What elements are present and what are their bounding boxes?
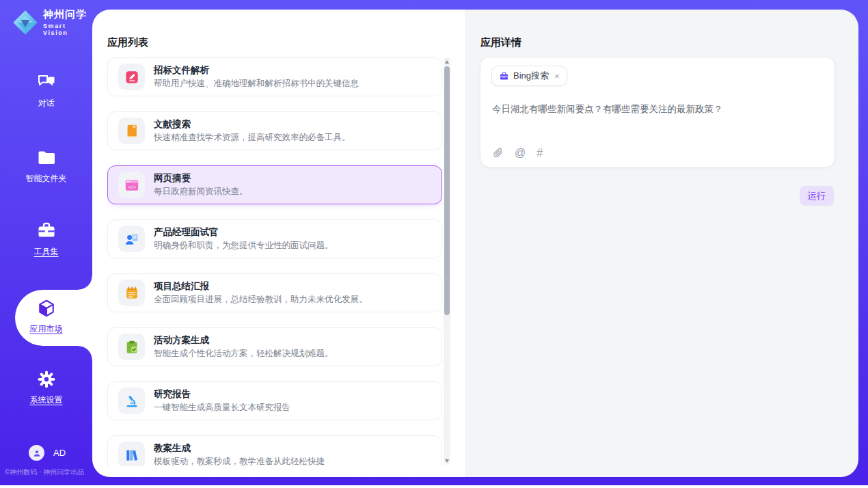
microscope-icon [118, 388, 145, 414]
app-card-lesson-plan[interactable]: 教案生成模板驱动，教案秒成，教学准备从此轻松快捷 [107, 435, 442, 466]
app-card-description: 帮助用户快速、准确地理解和解析招标书中的关键信息 [154, 79, 359, 89]
tool-chip-label: Bing搜索 [513, 70, 549, 82]
app-card-description: 一键智能生成高质量长文本研究报告 [154, 403, 290, 413]
sidebar: 神州问学 Smart Vision 对话智能文件夹工具集应用市场系统设置 AD … [0, 0, 92, 485]
scrollbar[interactable] [444, 57, 450, 465]
chat-icon [36, 72, 57, 93]
browser-icon: </> [118, 172, 145, 198]
app-card-bid-doc-analysis[interactable]: 招标文件解析帮助用户快速、准确地理解和解析招标书中的关键信息 [107, 57, 442, 96]
sidebar-item-chat[interactable]: 对话 [0, 72, 92, 109]
app-card-event-plan[interactable]: 活动方案生成智能生成个性化活动方案，轻松解决规划难题。 [107, 327, 442, 366]
brand-subtitle: Smart Vision [43, 23, 92, 36]
app-card-description: 快速精准查找学术资源，提高研究效率的必备工具。 [154, 133, 351, 143]
avatar [29, 445, 44, 461]
app-card-title: 产品经理面试官 [154, 227, 334, 238]
app-card-description: 全面回顾项目进展，总结经验教训，助力未来优化发展。 [154, 295, 368, 305]
sidebar-item-system-settings[interactable]: 系统设置 [0, 369, 92, 406]
sidebar-item-label: 智能文件夹 [26, 173, 67, 185]
attachment-toolbar: @# [492, 147, 543, 159]
app-list-title: 应用列表 [107, 36, 148, 49]
pen-doc-icon [118, 64, 145, 90]
prompt-card: Bing搜索 × 今日湖北有哪些新闻要点？有哪些需要关注的最新政策？ @# [480, 57, 835, 167]
pocket-notch-top [79, 276, 92, 290]
app-card-list: 招标文件解析帮助用户快速、准确地理解和解析招标书中的关键信息文献搜索快速精准查找… [107, 57, 442, 466]
brand-name: 神州问学 [43, 8, 92, 21]
brand-gem-icon [12, 9, 39, 36]
sidebar-item-label: 系统设置 [30, 394, 63, 406]
chip-close-icon[interactable]: × [554, 72, 560, 81]
hash-icon[interactable]: # [537, 148, 543, 159]
app-card-literature-search[interactable]: 文献搜索快速精准查找学术资源，提高研究效率的必备工具。 [107, 111, 442, 150]
app-card-title: 招标文件解析 [154, 65, 359, 76]
briefcase-icon [499, 71, 513, 81]
folder-icon [36, 148, 57, 168]
sidebar-item-label: 工具集 [34, 246, 59, 258]
tool-chip-bing-search[interactable]: Bing搜索 × [491, 66, 567, 86]
app-detail-panel: 应用详情 Bing搜索 × 今日湖北有哪些新闻要点？有哪些需要关注的最新政策？ … [465, 10, 858, 477]
scrollbar-thumb[interactable] [444, 66, 450, 315]
app-card-description: 智能生成个性化活动方案，轻松解决规划难题。 [154, 349, 334, 359]
toolbox-icon [36, 221, 57, 241]
note-icon [118, 280, 145, 306]
book-icon [118, 118, 145, 144]
app-card-title: 研究报告 [154, 389, 290, 400]
app-list-panel: 应用列表 招标文件解析帮助用户快速、准确地理解和解析招标书中的关键信息文献搜索快… [92, 10, 465, 477]
app-detail-title: 应用详情 [480, 36, 521, 49]
app-card-title: 项目总结汇报 [154, 281, 368, 292]
app-card-title: 教案生成 [154, 443, 325, 454]
cube-icon [36, 298, 57, 318]
sidebar-item-toolset[interactable]: 工具集 [0, 221, 92, 258]
app-card-title: 活动方案生成 [154, 335, 334, 346]
brand[interactable]: 神州问学 Smart Vision [12, 8, 92, 36]
copyright-footer: ©神州数码 · 神州问学出品 [5, 467, 84, 477]
svg-text:</>: </> [128, 184, 136, 189]
clipboard-icon [118, 334, 145, 360]
app-card-title: 网页摘要 [154, 173, 248, 184]
app-window: 神州问学 Smart Vision 对话智能文件夹工具集应用市场系统设置 AD … [0, 0, 868, 485]
user-initials: AD [53, 448, 66, 458]
app-card-title: 文献搜索 [154, 119, 351, 130]
app-card-description: 明确身份和职责，为您提供专业性的面试问题。 [154, 241, 334, 251]
user-profile[interactable]: AD [29, 445, 66, 461]
sidebar-item-app-market[interactable]: 应用市场 [0, 298, 92, 335]
app-card-web-digest[interactable]: </>网页摘要每日政府新闻资讯快查。 [107, 165, 442, 204]
query-input[interactable]: 今日湖北有哪些新闻要点？有哪些需要关注的最新政策？ [492, 103, 824, 116]
app-card-description: 每日政府新闻资讯快查。 [154, 187, 248, 197]
app-card-research-report[interactable]: 研究报告一键智能生成高质量长文本研究报告 [107, 381, 442, 420]
interviewer-icon [118, 226, 145, 252]
sidebar-item-smart-folders[interactable]: 智能文件夹 [0, 148, 92, 185]
scrollbar-down-arrow-icon[interactable] [444, 457, 450, 465]
run-button[interactable]: 运行 [800, 186, 834, 206]
books-icon [118, 442, 145, 466]
sidebar-item-label: 应用市场 [30, 323, 63, 335]
at-icon[interactable]: @ [515, 148, 526, 159]
scrollbar-up-arrow-icon[interactable] [444, 57, 450, 66]
paperclip-icon[interactable] [492, 147, 504, 159]
app-card-pm-interviewer[interactable]: 产品经理面试官明确身份和职责，为您提供专业性的面试问题。 [107, 219, 442, 258]
user-avatar-icon [32, 448, 42, 458]
pocket-notch-bottom [79, 346, 92, 360]
sidebar-item-label: 对话 [38, 98, 55, 109]
gear-icon [36, 369, 57, 390]
app-card-project-summary[interactable]: 项目总结汇报全面回顾项目进展，总结经验教训，助力未来优化发展。 [107, 273, 442, 312]
app-card-description: 模板驱动，教案秒成，教学准备从此轻松快捷 [154, 457, 325, 466]
